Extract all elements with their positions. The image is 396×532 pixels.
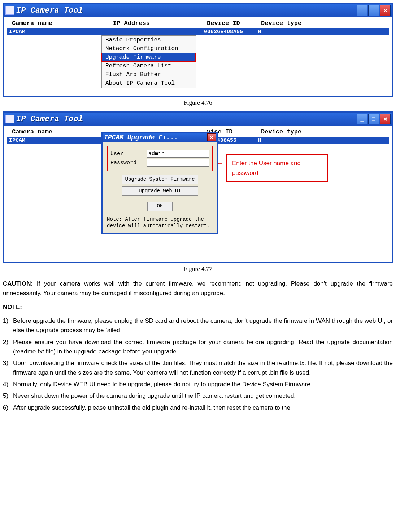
num-3: 3): [3, 359, 13, 378]
caution-label: CAUTION:: [3, 280, 33, 287]
note-2: Please ensure you have download the corr…: [13, 338, 393, 357]
ipcamera-tool-window-2: IP Camera Tool _ □ ✕ Camera name vice ID…: [3, 111, 393, 263]
menu-basic-properties[interactable]: Basic Properties: [102, 36, 196, 44]
dialog-close-button[interactable]: ✕: [207, 133, 216, 141]
upgrade-firmware-dialog: IPCAM Upgrade Fi... ✕ User admin Passwor…: [101, 132, 218, 234]
note-4: Normally, only Device WEB UI need to be …: [13, 380, 393, 389]
num-2: 2): [3, 338, 13, 357]
dialog-titlebar: IPCAM Upgrade Fi... ✕: [103, 133, 217, 142]
row-camera-name: IPCAM: [8, 137, 110, 144]
col-device-type: Device type: [261, 128, 384, 135]
window-title: IP Camera Tool: [16, 6, 357, 15]
figure-caption-1: Figure 4.76: [3, 99, 393, 106]
arrow-icon: ←: [216, 159, 223, 167]
num-6: 6): [3, 403, 13, 413]
close-button[interactable]: ✕: [380, 5, 391, 16]
titlebar: IP Camera Tool _ □ ✕: [4, 113, 392, 126]
note-1: Before upgrade the firmware, please unpl…: [13, 316, 393, 335]
minimize-button[interactable]: _: [357, 114, 367, 124]
menu-network-configuration[interactable]: Network Configuration: [102, 44, 196, 53]
maximize-button[interactable]: □: [368, 114, 379, 124]
row-camera-name: IPCAM: [8, 29, 110, 35]
caution-text: If your camera works well with the curre…: [3, 280, 393, 296]
row-device-type: H: [258, 29, 388, 35]
password-input[interactable]: [147, 159, 209, 167]
column-headers: Camera name IP Address Device ID Device …: [4, 17, 392, 28]
upgrade-system-firmware-button[interactable]: Upgrade System Firmware: [122, 175, 198, 184]
app-icon: [5, 115, 14, 123]
col-camera-name: Camera name: [12, 128, 113, 135]
num-4: 4): [3, 380, 13, 389]
figure-caption-2: Figure 4.77: [3, 265, 393, 273]
note-6: After upgrade successfully, please unins…: [13, 403, 393, 413]
col-device-type: Device type: [261, 20, 384, 27]
num-5: 5): [3, 391, 13, 401]
menu-upgrade-firmware[interactable]: Upgrade Firmware: [102, 53, 196, 62]
minimize-button[interactable]: _: [357, 5, 367, 16]
window-title: IP Camera Tool: [16, 115, 357, 124]
dialog-note: Note: After firmware upgrade the device …: [107, 216, 213, 229]
note-3: Upon downloading the firmware check the …: [13, 359, 393, 378]
ok-button[interactable]: OK: [147, 202, 173, 211]
dialog-title: IPCAM Upgrade Fi...: [104, 134, 207, 141]
row-device-type: H: [258, 137, 388, 144]
callout-wrap: ← Enter the User name and password: [226, 154, 328, 182]
password-label: Password: [110, 160, 147, 166]
menu-flush-arp-buffer[interactable]: Flush Arp Buffer: [102, 70, 196, 79]
maximize-button[interactable]: □: [368, 5, 379, 16]
col-camera-name: Camera name: [12, 20, 113, 27]
num-1: 1): [3, 316, 13, 335]
user-label: User: [110, 151, 147, 157]
menu-refresh-camera-list[interactable]: Refresh Camera List: [102, 62, 196, 70]
body-text: CAUTION: If your camera works well with …: [3, 279, 393, 413]
ipcamera-tool-window-1: IP Camera Tool _ □ ✕ Camera name IP Addr…: [3, 3, 393, 97]
col-ip-address: IP Address: [113, 20, 207, 27]
titlebar: IP Camera Tool _ □ ✕: [4, 4, 392, 17]
col-device-id: Device ID: [207, 20, 261, 27]
app-icon: [5, 6, 14, 15]
row-device-id: 00626E4D8A55: [204, 29, 258, 35]
context-menu: Basic Properties Network Configuration U…: [101, 35, 196, 88]
note-5: Never shut down the power of the camera …: [13, 391, 393, 401]
selected-row[interactable]: IPCAM 00626E4D8A55 H: [7, 28, 389, 35]
user-input[interactable]: admin: [147, 150, 209, 158]
note-label: NOTE:: [3, 303, 393, 312]
menu-about[interactable]: About IP Camera Tool: [102, 79, 196, 88]
upgrade-web-ui-button[interactable]: Upgrade Web UI: [122, 186, 198, 196]
credentials-highlight: User admin Password: [107, 146, 213, 171]
close-button[interactable]: ✕: [380, 114, 391, 124]
callout-text: Enter the User name and password: [226, 154, 328, 182]
